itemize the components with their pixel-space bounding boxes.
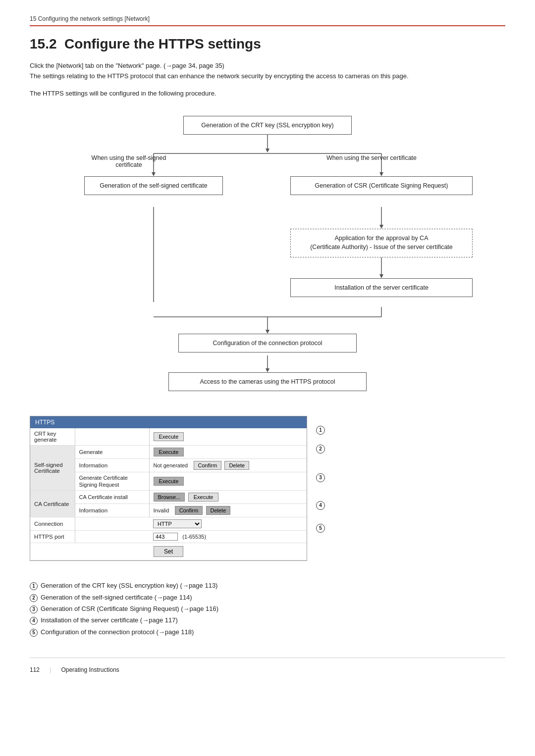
cell-ca-info-actions: Invalid Confirm Delete [149, 504, 307, 517]
btn-execute-generate[interactable]: Execute [154, 448, 184, 456]
cell-connection-value: HTTP HTTPS HTTP/HTTPS [149, 517, 307, 531]
svg-marker-17 [266, 368, 269, 372]
cell-info-sub: Information [75, 458, 149, 472]
https-table: CRT key generate Execute Self-signedCert… [30, 428, 307, 561]
https-table-area: HTTPS CRT key generate Execute [30, 416, 307, 575]
list-item: 4 Installation of the server certificate… [30, 614, 505, 626]
box-access-cameras: Access to the cameras using the HTTPS pr… [168, 372, 367, 391]
annot-5: 5 [316, 524, 325, 533]
label-right-branch: When using the server certificate [312, 154, 431, 161]
breadcrumb-bar: 15 Configuring the network settings [Net… [30, 15, 505, 26]
procedure-text: The HTTPS settings will be configured in… [30, 90, 505, 97]
svg-marker-1 [266, 149, 269, 152]
cell-ca-info-sub: Information [75, 504, 149, 517]
flow-diagram: Generation of the CRT key (SSL encryptio… [54, 109, 481, 406]
label-left-branch: When using the self-signed certificate [79, 154, 178, 168]
cell-generate-actions: Execute [149, 445, 307, 458]
cell-ca-actions: Browse... Execute [149, 491, 307, 504]
cell-set: Set [30, 543, 307, 560]
cell-csr-sub: Generate CertificateSigning Request [75, 472, 149, 491]
connection-select[interactable]: HTTP HTTPS HTTP/HTTPS [153, 519, 202, 528]
cell-crt-sub [75, 428, 149, 446]
list-item: 1 Generation of the CRT key (SSL encrypt… [30, 580, 505, 591]
table-row: CRT key generate Execute [30, 428, 307, 446]
annotation-numbers: 1 2 3 4 5 [316, 416, 325, 533]
list-item: 3 Generation of CSR (Certificate Signing… [30, 603, 505, 614]
btn-execute-csr[interactable]: Execute [154, 477, 184, 486]
https-table-header: HTTPS [30, 416, 307, 428]
svg-marker-6 [379, 172, 383, 176]
diagram-svg [54, 109, 481, 406]
port-input[interactable] [153, 533, 178, 541]
list-num-5: 5 [30, 629, 38, 637]
list-num-1: 1 [30, 582, 38, 590]
btn-confirm-ca[interactable]: Confirm [175, 506, 203, 515]
btn-execute-crt[interactable]: Execute [154, 432, 184, 441]
cell-crt-label: CRT key generate [30, 428, 75, 446]
annot-2: 2 [316, 445, 325, 454]
footer-label: Operating Instructions [61, 666, 119, 673]
https-section: HTTPS CRT key generate Execute [30, 416, 505, 575]
intro-text: Click the [Network] tab on the "Network"… [30, 61, 505, 82]
footer: 112 | Operating Instructions [30, 657, 505, 673]
btn-confirm-self[interactable]: Confirm [194, 461, 222, 470]
cell-port-sub [75, 531, 149, 543]
list-num-3: 3 [30, 605, 38, 613]
footer-separator: | [50, 666, 51, 673]
cell-csr-actions: Execute [149, 472, 307, 491]
svg-marker-15 [266, 330, 269, 334]
breadcrumb: 15 Configuring the network settings [Net… [30, 15, 150, 22]
annot-4: 4 [316, 501, 325, 510]
box-self-signed: Generation of the self-signed certificat… [84, 176, 223, 195]
cell-generate-sub: Generate [75, 445, 149, 458]
box-crt-key: Generation of the CRT key (SSL encryptio… [183, 116, 352, 135]
svg-marker-9 [379, 225, 383, 229]
btn-browse-ca[interactable]: Browse... [154, 493, 185, 502]
cell-port-label: HTTPS port [30, 531, 75, 543]
table-row: Self-signedCertificate Generate Execute [30, 445, 307, 458]
box-connection-protocol: Configuration of the connection protocol [178, 334, 357, 353]
port-range-text: (1-65535) [182, 534, 206, 540]
annot-1: 1 [316, 426, 325, 435]
annotation-list: 1 Generation of the CRT key (SSL encrypt… [30, 580, 505, 638]
not-generated-text: Not generated [154, 462, 188, 468]
table-row: HTTPS port (1-65535) [30, 531, 307, 543]
list-item: 2 Generation of the self-signed certific… [30, 592, 505, 603]
table-row: CA Certificate CA Certificate install Br… [30, 491, 307, 504]
list-num-2: 2 [30, 594, 38, 602]
cell-ca-install-sub: CA Certificate install [75, 491, 149, 504]
svg-marker-11 [379, 274, 383, 278]
cell-self-signed-label: Self-signedCertificate [30, 445, 75, 491]
cell-ca-label: CA Certificate [30, 491, 75, 517]
box-server-cert-install: Installation of the server certificate [290, 278, 473, 297]
list-item: 5 Configuration of the connection protoc… [30, 626, 505, 638]
btn-delete-ca[interactable]: Delete [206, 506, 231, 515]
btn-delete-self[interactable]: Delete [224, 461, 249, 470]
cell-info-actions: Not generated Confirm Delete [149, 458, 307, 472]
cell-crt-actions: Execute [149, 428, 307, 446]
section-title: 15.2 Configure the HTTPS settings [30, 36, 505, 52]
box-csr: Generation of CSR (Certificate Signing R… [290, 176, 473, 195]
page-number: 112 [30, 666, 40, 673]
btn-execute-ca[interactable]: Execute [188, 493, 219, 502]
invalid-text: Invalid [154, 507, 169, 513]
svg-marker-4 [152, 172, 156, 176]
box-ca-approval: Application for the approval by CA (Cert… [290, 229, 473, 257]
table-row: Connection HTTP HTTPS HTTP/HTTPS [30, 517, 307, 531]
annot-3: 3 [316, 473, 325, 482]
btn-set[interactable]: Set [154, 546, 183, 557]
table-row-set: Set [30, 543, 307, 560]
cell-connection-label: Connection [30, 517, 75, 531]
cell-connection-sub [75, 517, 149, 531]
https-table-wrapper: HTTPS CRT key generate Execute [30, 416, 307, 561]
cell-port-value: (1-65535) [149, 531, 307, 543]
list-num-4: 4 [30, 617, 38, 625]
